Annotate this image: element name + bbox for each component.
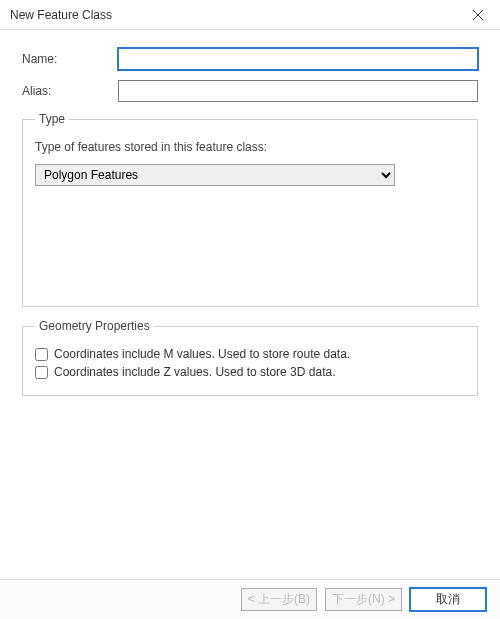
m-values-row: Coordinates include M values. Used to st…	[35, 347, 465, 361]
alias-row: Alias:	[22, 80, 478, 102]
close-icon	[473, 10, 483, 20]
titlebar: New Feature Class	[0, 0, 500, 30]
alias-input[interactable]	[118, 80, 478, 102]
window-title: New Feature Class	[10, 8, 112, 22]
feature-type-wrap: Polygon Features	[35, 164, 395, 186]
type-group: Type Type of features stored in this fea…	[22, 112, 478, 307]
m-values-label: Coordinates include M values. Used to st…	[54, 347, 350, 361]
name-row: Name:	[22, 48, 478, 70]
type-legend: Type	[35, 112, 69, 126]
name-label: Name:	[22, 52, 118, 66]
next-button[interactable]: 下一步(N) >	[325, 588, 402, 611]
type-description: Type of features stored in this feature …	[35, 140, 465, 154]
geometry-legend: Geometry Properties	[35, 319, 154, 333]
m-values-checkbox[interactable]	[35, 348, 48, 361]
feature-type-select[interactable]: Polygon Features	[35, 164, 395, 186]
alias-label: Alias:	[22, 84, 118, 98]
geometry-properties-group: Geometry Properties Coordinates include …	[22, 319, 478, 396]
close-button[interactable]	[456, 0, 500, 30]
dialog-content: Name: Alias: Type Type of features store…	[0, 30, 500, 396]
z-values-checkbox[interactable]	[35, 366, 48, 379]
z-values-label: Coordinates include Z values. Used to st…	[54, 365, 335, 379]
button-bar: < 上一步(B) 下一步(N) > 取消	[0, 579, 500, 619]
z-values-row: Coordinates include Z values. Used to st…	[35, 365, 465, 379]
name-input[interactable]	[118, 48, 478, 70]
cancel-button[interactable]: 取消	[410, 588, 486, 611]
back-button[interactable]: < 上一步(B)	[241, 588, 317, 611]
